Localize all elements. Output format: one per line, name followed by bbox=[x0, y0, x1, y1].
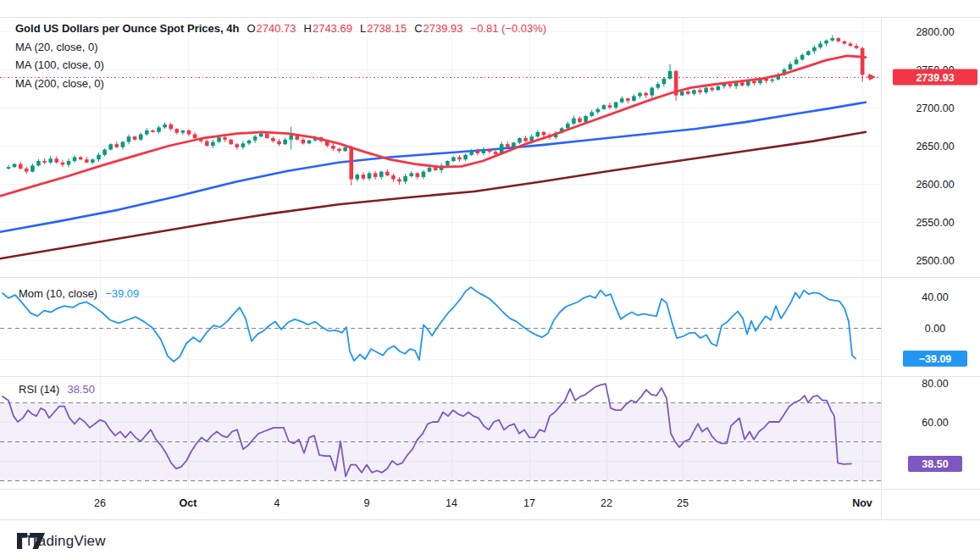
svg-text:38.50: 38.50 bbox=[922, 458, 948, 470]
time-tick-label: 9 bbox=[364, 497, 370, 509]
price-axis[interactable]: 2800.002750.002700.002650.002600.002550.… bbox=[916, 26, 954, 429]
momentum-tick-label: 0.00 bbox=[925, 323, 945, 335]
price-tick-label: 2500.00 bbox=[916, 255, 954, 267]
ma200-line bbox=[0, 132, 866, 258]
svg-text:−39.09: −39.09 bbox=[919, 353, 952, 365]
ohlc-close: C2739.93 bbox=[414, 19, 462, 38]
time-tick-label: Nov bbox=[852, 497, 872, 509]
time-axis[interactable]: 26Oct4914172225Nov bbox=[94, 497, 872, 509]
ma200-legend-row[interactable]: MA (200, close, 0) bbox=[15, 75, 546, 93]
rsi-band bbox=[0, 402, 881, 480]
price-tick-label: 2600.00 bbox=[916, 179, 954, 191]
trading-chart: 2800.002750.002700.002650.002600.002550.… bbox=[0, 0, 980, 560]
svg-text:2739.93: 2739.93 bbox=[916, 72, 954, 84]
momentum-badge: −39.09 bbox=[903, 351, 967, 367]
momentum-indicator-value: −39.09 bbox=[105, 287, 139, 300]
price-tick-label: 2700.00 bbox=[916, 103, 954, 114]
time-tick-label: 17 bbox=[523, 497, 535, 509]
momentum-indicator-name: Mom (10, close) bbox=[19, 287, 97, 300]
time-tick-label: 26 bbox=[94, 497, 106, 509]
rsi-tick-label: 60.00 bbox=[922, 417, 948, 429]
time-tick-label: Oct bbox=[180, 497, 198, 509]
ohlc-low: L2738.15 bbox=[360, 19, 407, 38]
momentum-legend-row[interactable]: Mom (10, close)−39.09 bbox=[19, 287, 139, 300]
rsi-indicator-name: RSI (14) bbox=[19, 383, 59, 396]
rsi-indicator-value: 38.50 bbox=[67, 383, 95, 396]
price-change: −0.81 (−0.03%) bbox=[471, 19, 547, 38]
price-tick-label: 2550.00 bbox=[916, 217, 954, 229]
ohlc-high: H2743.69 bbox=[304, 19, 352, 38]
price-tick-label: 2800.00 bbox=[916, 26, 954, 38]
ohlc-open: O2740.73 bbox=[246, 19, 296, 38]
ma100-legend-row[interactable]: MA (100, close, 0) bbox=[15, 56, 546, 75]
chart-title: Gold US Dollars per Ounce Spot Prices, 4… bbox=[15, 19, 239, 38]
time-tick-label: 14 bbox=[446, 497, 457, 509]
ma20-legend-row[interactable]: MA (20, close, 0) bbox=[15, 38, 546, 57]
main-legend: Gold US Dollars per Ounce Spot Prices, 4… bbox=[15, 19, 546, 92]
tradingview-logo[interactable]: TradingView bbox=[17, 533, 106, 550]
rsi-badge: 38.50 bbox=[908, 456, 962, 472]
rsi-tick-label: 80.00 bbox=[922, 378, 948, 390]
time-tick-label: 4 bbox=[274, 497, 280, 509]
time-tick-label: 22 bbox=[601, 497, 612, 509]
price-badge: 2739.93 bbox=[893, 69, 977, 86]
symbol-legend-row[interactable]: Gold US Dollars per Ounce Spot Prices, 4… bbox=[15, 19, 546, 38]
momentum-tick-label: 40.00 bbox=[922, 291, 948, 303]
time-tick-label: 25 bbox=[677, 497, 689, 509]
rsi-legend-row[interactable]: RSI (14)38.50 bbox=[19, 383, 95, 396]
price-tick-label: 2650.00 bbox=[916, 141, 954, 152]
